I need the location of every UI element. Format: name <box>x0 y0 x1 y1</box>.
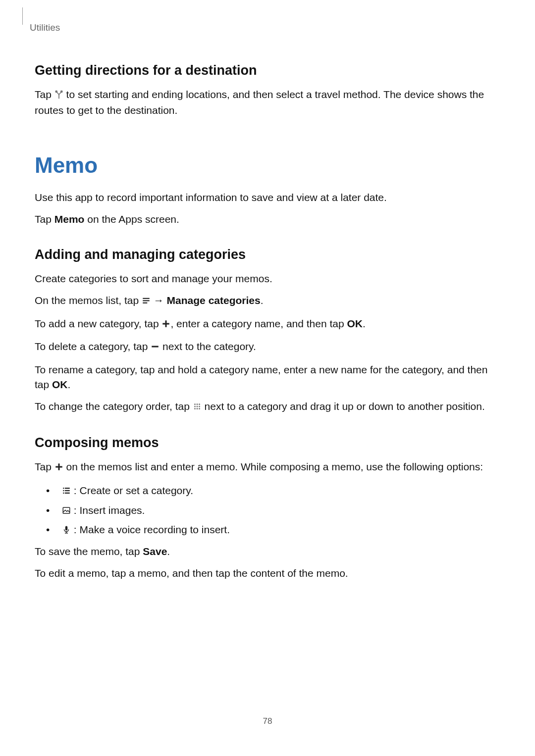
text: : Create or set a category. <box>71 485 193 496</box>
minus-icon <box>151 340 160 355</box>
text: . <box>363 318 366 329</box>
svg-rect-19 <box>63 488 64 489</box>
text: , enter a category name, and then tap <box>170 318 347 329</box>
svg-rect-18 <box>55 466 62 467</box>
composing-save: To save the memo, tap Save. <box>35 544 500 559</box>
image-icon <box>62 503 71 520</box>
categories-open: On the memos list, tap → Manage categori… <box>35 293 500 309</box>
categories-add: To add a new category, tap , enter a cat… <box>35 316 500 332</box>
heading-memo: Memo <box>35 153 500 178</box>
svg-rect-6 <box>163 323 170 324</box>
arrow: → <box>154 295 167 306</box>
list-item: : Make a voice recording to insert. <box>52 521 500 539</box>
svg-point-0 <box>55 91 57 93</box>
text: Tap <box>35 213 54 225</box>
directions-paragraph: Tap to set starting and ending locations… <box>35 87 500 118</box>
svg-rect-25 <box>63 507 70 513</box>
memo-tap-line: Tap Memo on the Apps screen. <box>35 212 500 227</box>
svg-rect-24 <box>65 493 70 494</box>
svg-rect-7 <box>152 346 159 348</box>
categories-order: To change the category order, tap next t… <box>35 399 500 415</box>
heading-composing: Composing memos <box>35 435 500 451</box>
svg-point-11 <box>194 406 196 407</box>
svg-rect-23 <box>63 493 64 494</box>
text: next to the category. <box>160 341 256 352</box>
svg-point-8 <box>194 403 196 405</box>
text: To change the category order, tap <box>35 401 193 412</box>
composing-edit: To edit a memo, tap a memo, and then tap… <box>35 566 500 581</box>
page-number: 78 <box>0 716 535 726</box>
svg-point-12 <box>196 406 198 407</box>
composing-tap: Tap on the memos list and enter a memo. … <box>35 459 500 475</box>
svg-rect-20 <box>65 488 70 489</box>
text: . <box>68 379 71 390</box>
svg-rect-2 <box>143 298 150 299</box>
plus-icon <box>161 317 170 332</box>
categories-delete: To delete a category, tap next to the ca… <box>35 339 500 355</box>
bold-memo: Memo <box>54 213 85 225</box>
svg-rect-26 <box>65 526 68 531</box>
text: on the Apps screen. <box>84 213 179 225</box>
directions-fork-icon <box>54 88 63 103</box>
svg-point-15 <box>196 408 198 409</box>
svg-point-13 <box>199 406 200 407</box>
text: on the memos list and enter a memo. Whil… <box>63 461 483 472</box>
svg-point-9 <box>196 403 198 405</box>
text: : Make a voice recording to insert. <box>71 524 230 535</box>
categories-rename: To rename a category, tap and hold a cat… <box>35 362 500 393</box>
text: next to a category and drag it up or dow… <box>202 401 485 412</box>
svg-point-10 <box>199 403 200 405</box>
page-container: Utilities Getting directions for a desti… <box>0 0 535 756</box>
drag-handle-icon <box>193 400 202 415</box>
text: Tap <box>35 89 54 100</box>
composing-option-list: : Create or set a category. : Insert ima… <box>35 482 500 539</box>
header-divider <box>22 7 23 25</box>
category-list-icon <box>62 483 71 500</box>
bold-ok-1: OK <box>347 318 363 329</box>
svg-point-14 <box>194 408 196 409</box>
text: To delete a category, tap <box>35 341 151 352</box>
bold-save: Save <box>143 546 167 557</box>
svg-point-16 <box>199 408 200 409</box>
plus-icon <box>54 460 63 475</box>
breadcrumb: Utilities <box>30 22 500 33</box>
bold-ok-2: OK <box>52 379 68 390</box>
text: On the memos list, tap <box>35 295 142 306</box>
categories-create: Create categories to sort and manage you… <box>35 271 500 286</box>
svg-rect-22 <box>65 490 70 491</box>
bold-manage: Manage categories <box>167 295 261 306</box>
text: . <box>167 546 170 557</box>
svg-rect-3 <box>143 300 150 301</box>
menu-icon <box>142 294 151 309</box>
text: . <box>261 295 264 306</box>
text: : Insert images. <box>71 504 145 516</box>
list-item: : Insert images. <box>52 502 500 520</box>
microphone-icon <box>62 522 71 539</box>
memo-intro: Use this app to record important informa… <box>35 190 500 205</box>
svg-point-1 <box>60 91 62 93</box>
heading-categories: Adding and managing categories <box>35 247 500 262</box>
text: Tap <box>35 461 54 472</box>
text: To add a new category, tap <box>35 318 161 329</box>
text: To rename a category, tap and hold a cat… <box>35 364 487 390</box>
text: to set starting and ending locations, an… <box>35 89 484 116</box>
list-item: : Create or set a category. <box>52 482 500 500</box>
text: To save the memo, tap <box>35 546 143 557</box>
svg-rect-21 <box>63 490 64 491</box>
svg-rect-4 <box>143 302 147 303</box>
heading-directions: Getting directions for a destination <box>35 63 500 78</box>
